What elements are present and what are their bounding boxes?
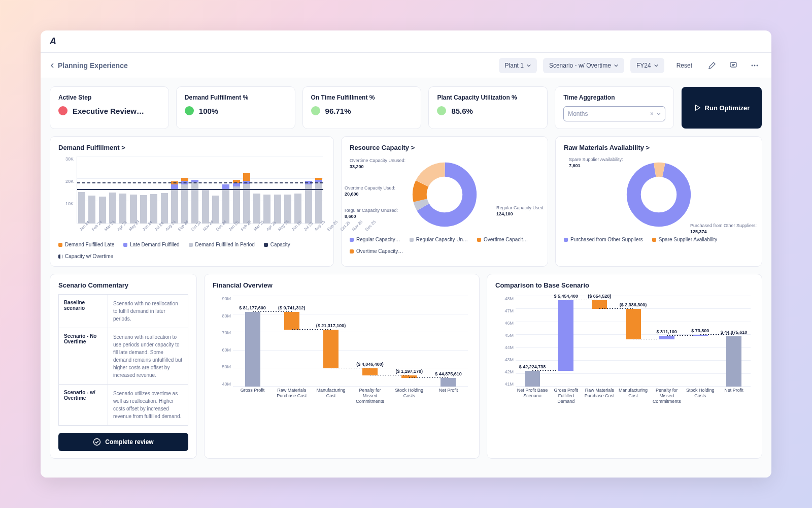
plant-dropdown[interactable]: Plant 1: [499, 58, 537, 73]
demand-fulfillment-chart: Demand Fulfillment > 30K20K10K Jan 24Feb…: [50, 136, 334, 267]
table-row: Baseline scenarioScenario with no reallo…: [59, 295, 188, 328]
time-aggregation-select[interactable]: Months ×: [563, 106, 665, 121]
chevron-left-icon: [50, 63, 55, 68]
header: Planning Experience Plant 1 Scenario - w…: [41, 53, 771, 78]
year-dropdown[interactable]: FY24: [630, 58, 664, 73]
check-circle-icon: [93, 438, 101, 446]
kpi-demand-fulfillment: Demand Fulfillment % 100%: [176, 86, 295, 129]
kpi-row: Active Step Executive Review… Demand Ful…: [50, 86, 762, 129]
table-row: Scenario - w/ OvertimeScenario utilizes …: [59, 385, 188, 426]
donut-icon: [626, 162, 692, 228]
app-window: A Planning Experience Plant 1 Scenario -…: [41, 30, 771, 478]
content: Active Step Executive Review… Demand Ful…: [41, 78, 771, 478]
raw-materials-chart: Raw Materials Availability > Spare Suppl…: [555, 136, 762, 267]
kpi-time-aggregation: Time Aggregation Months ×: [555, 86, 674, 129]
demand-chart-area: 30K20K10K Jan 24Feb 24Mar 24Apr 24May 24…: [58, 156, 325, 238]
scenario-dropdown[interactable]: Scenario - w/ Overtime: [543, 58, 624, 73]
back-button[interactable]: Planning Experience: [50, 61, 128, 70]
comparison-chart: Comparison to Base Scenario 48M47M46M45M…: [487, 274, 762, 459]
clear-icon[interactable]: ×: [650, 110, 654, 117]
more-icon[interactable]: [747, 58, 762, 73]
topbar: A: [41, 30, 771, 53]
svg-point-1: [752, 65, 753, 66]
commentary-table: Baseline scenarioScenario with no reallo…: [58, 294, 188, 426]
donut-icon: [412, 162, 478, 228]
svg-point-3: [757, 65, 758, 66]
kpi-ontime: On Time Fulfillment % 96.71%: [302, 86, 422, 129]
run-optimizer-button[interactable]: Run Optimizer: [682, 87, 762, 129]
scenario-commentary: Scenario Commentary Baseline scenarioSce…: [50, 274, 197, 459]
chevron-down-icon: [657, 112, 661, 116]
edit-icon[interactable]: [704, 58, 720, 73]
kpi-active-step: Active Step Executive Review…: [50, 86, 169, 129]
run-optimizer-card: Run Optimizer: [681, 86, 762, 129]
svg-point-8: [634, 170, 684, 219]
page-title: Planning Experience: [58, 61, 128, 70]
resource-capacity-chart: Resource Capacity > Overtime Capacity Un…: [341, 136, 548, 267]
table-row: Scenario - No OvertimeScenario with real…: [59, 328, 188, 385]
status-dot: [58, 106, 67, 115]
comment-icon[interactable]: [726, 58, 741, 73]
logo: A: [50, 36, 56, 47]
svg-point-2: [754, 65, 756, 66]
financial-overview-chart: Financial Overview 90M80M70M60M50M40M $ …: [204, 274, 480, 459]
kpi-capacity: Plant Capacity Utilization % 85.6%: [428, 86, 548, 129]
complete-review-button[interactable]: Complete review: [58, 433, 188, 451]
demand-legend: Demand Fulfilled Late Late Demand Fulfil…: [58, 242, 325, 259]
play-icon: [694, 104, 701, 111]
reset-button[interactable]: Reset: [670, 58, 698, 73]
